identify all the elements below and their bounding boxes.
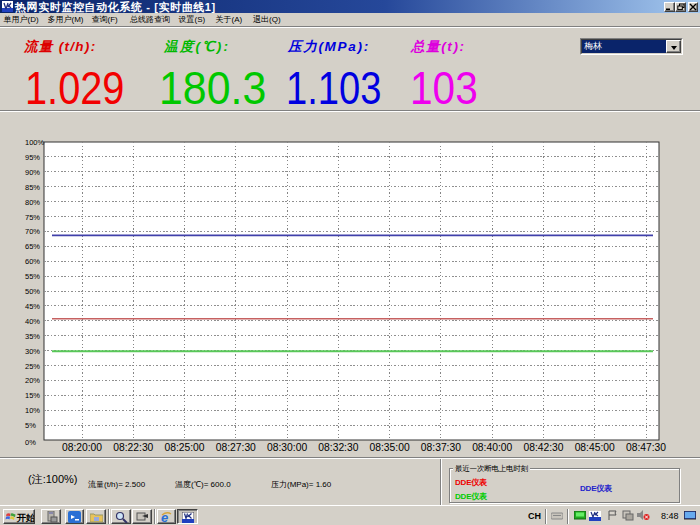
svg-text:08:47:30: 08:47:30 [626, 442, 666, 453]
svg-text:95%: 95% [25, 153, 40, 162]
svg-text:08:27:30: 08:27:30 [216, 442, 256, 453]
svg-text:70%: 70% [25, 227, 40, 236]
svg-text:80%: 80% [25, 198, 40, 207]
svg-text:08:37:30: 08:37:30 [421, 442, 461, 453]
svg-text:75%: 75% [25, 213, 40, 222]
svg-text:40%: 40% [25, 317, 40, 326]
svg-text:08:42:30: 08:42:30 [523, 442, 563, 453]
svg-text:25%: 25% [25, 362, 40, 371]
svg-text:0%: 0% [25, 438, 36, 447]
svg-text:08:22:30: 08:22:30 [113, 442, 153, 453]
svg-text:15%: 15% [25, 391, 40, 400]
svg-text:08:40:00: 08:40:00 [472, 442, 512, 453]
svg-text:90%: 90% [25, 168, 40, 177]
svg-text:100%: 100% [25, 138, 45, 147]
svg-text:08:20:00: 08:20:00 [62, 442, 102, 453]
svg-text:65%: 65% [25, 242, 40, 251]
svg-text:5%: 5% [25, 421, 36, 430]
svg-text:85%: 85% [25, 183, 40, 192]
svg-text:55%: 55% [25, 272, 40, 281]
svg-text:08:30:00: 08:30:00 [267, 442, 307, 453]
svg-text:08:35:00: 08:35:00 [370, 442, 410, 453]
svg-text:08:25:00: 08:25:00 [164, 442, 204, 453]
svg-text:20%: 20% [25, 376, 40, 385]
svg-text:60%: 60% [25, 257, 40, 266]
svg-text:35%: 35% [25, 332, 40, 341]
svg-text:10%: 10% [25, 406, 40, 415]
svg-text:08:32:30: 08:32:30 [318, 442, 358, 453]
svg-text:08:45:00: 08:45:00 [575, 442, 615, 453]
svg-text:45%: 45% [25, 302, 40, 311]
svg-text:50%: 50% [25, 287, 40, 296]
svg-text:30%: 30% [25, 347, 40, 356]
